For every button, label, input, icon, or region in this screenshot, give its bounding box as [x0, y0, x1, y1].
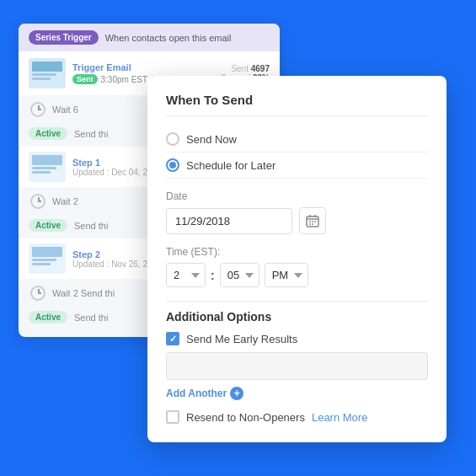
send-early-results-label: Send Me Early Results	[186, 333, 297, 345]
modal-title: When To Send	[166, 93, 428, 116]
calendar-button[interactable]	[299, 207, 326, 234]
step2-thumbnail	[29, 243, 66, 274]
series-trigger-description: When contacts open this email	[105, 33, 232, 43]
time-row: 2 1 3 4 5 6 7 8 9 10 11 12 : 05 00 10 15…	[166, 263, 428, 287]
sent-label: Sent	[231, 64, 249, 73]
wait-text-3: Wait 2 Send thi	[52, 288, 115, 298]
time-colon: :	[211, 269, 215, 282]
send-now-radio[interactable]	[166, 132, 179, 146]
active-badge-3: Active	[29, 311, 67, 324]
send-early-results-checkbox[interactable]: ✓	[166, 332, 179, 345]
when-to-send-modal: When To Send Send Now Schedule for Later…	[147, 76, 447, 442]
send-early-results-row[interactable]: ✓ Send Me Early Results	[166, 332, 428, 345]
additional-options-section: Additional Options ✓ Send Me Early Resul…	[166, 301, 428, 424]
send-now-row[interactable]: Send Now	[166, 126, 428, 152]
schedule-later-row[interactable]: Schedule for Later	[166, 152, 428, 179]
step1-thumbnail	[29, 152, 66, 182]
trigger-email-thumbnail	[29, 58, 66, 88]
date-section-label: Date	[166, 190, 428, 202]
add-icon-circle[interactable]: +	[230, 387, 243, 400]
schedule-later-label: Schedule for Later	[186, 159, 275, 172]
time-hour-select[interactable]: 2 1 3 4 5 6 7 8 9 10 11 12	[166, 263, 206, 287]
date-input-row	[166, 207, 428, 234]
wait-text-2: Wait 2	[52, 196, 78, 206]
clock-icon-1	[30, 102, 45, 117]
early-results-email-input[interactable]	[166, 352, 428, 380]
series-trigger-bar: Series Trigger When contacts open this e…	[19, 24, 280, 51]
wait-text-1: Wait 6	[52, 104, 78, 115]
resend-label: Resend to Non-Openers	[186, 411, 305, 424]
svg-rect-1	[309, 215, 311, 217]
svg-rect-2	[314, 215, 316, 217]
svg-point-7	[312, 223, 313, 225]
send-now-label: Send Now	[186, 133, 237, 146]
add-another-link[interactable]: Add Another	[166, 388, 227, 399]
resend-row: Resend to Non-Openers Learn More	[166, 410, 428, 424]
checkmark-icon: ✓	[169, 334, 177, 344]
send-this-text-3: Send thi	[74, 313, 108, 323]
time-minute-select[interactable]: 05 00 10 15 20 25 30 35 40 45 50 55	[220, 263, 259, 287]
svg-point-4	[312, 221, 313, 222]
clock-icon-3	[30, 286, 45, 301]
svg-point-6	[309, 223, 311, 225]
send-this-text-1: Send thi	[74, 129, 108, 139]
clock-icon-2	[30, 194, 45, 209]
active-badge-1: Active	[29, 127, 67, 140]
active-badge-2: Active	[29, 219, 67, 232]
series-trigger-badge: Series Trigger	[29, 30, 99, 45]
svg-point-5	[314, 221, 316, 222]
trigger-email-title[interactable]: Trigger Email	[72, 62, 214, 72]
add-another-row: Add Another +	[166, 387, 428, 400]
time-section-label: Time (EST):	[166, 246, 428, 258]
additional-options-title: Additional Options	[166, 310, 428, 324]
schedule-later-radio[interactable]	[166, 158, 179, 172]
sent-badge: Sent	[72, 74, 98, 84]
date-input[interactable]	[166, 208, 292, 234]
resend-checkbox[interactable]	[166, 410, 179, 424]
svg-point-3	[309, 221, 311, 222]
sent-value: 4697	[251, 64, 270, 73]
send-this-text-2: Send thi	[74, 221, 108, 231]
learn-more-link[interactable]: Learn More	[312, 411, 367, 424]
time-period-select[interactable]: PM AM	[265, 263, 308, 287]
